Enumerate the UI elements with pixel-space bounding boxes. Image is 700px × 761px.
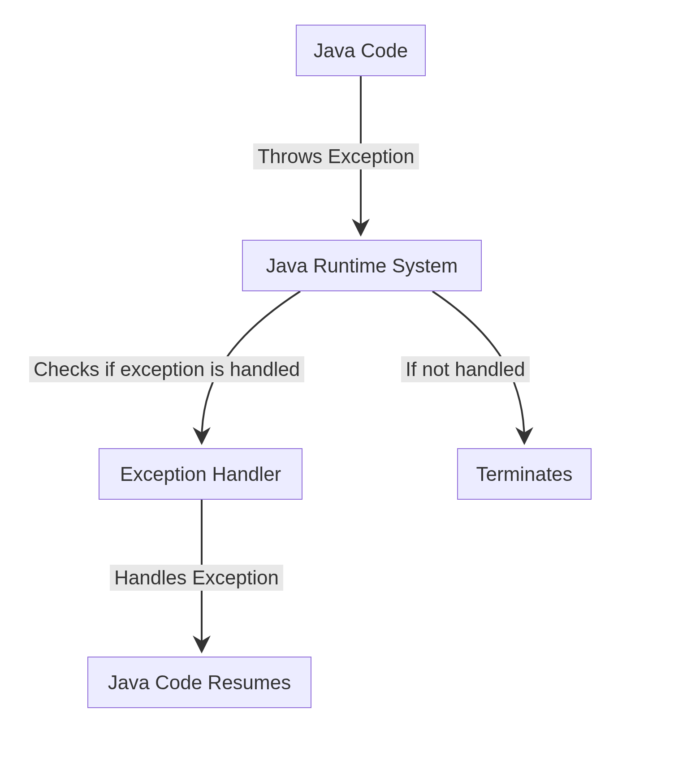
node-label: Java Runtime System — [266, 255, 458, 277]
node-label: Java Code Resumes — [108, 671, 291, 694]
node-java-code: Java Code — [296, 25, 426, 76]
node-label: Terminates — [476, 463, 572, 485]
edge-label-text: If not handled — [406, 358, 525, 380]
edge-label-text: Handles Exception — [114, 566, 279, 588]
edge-label-text: Throws Exception — [258, 145, 415, 167]
node-label: Java Code — [314, 39, 408, 62]
node-exception-handler: Exception Handler — [99, 448, 302, 500]
node-terminates: Terminates — [457, 448, 592, 500]
edge-label-B-C: Checks if exception is handled — [29, 356, 304, 382]
edge-label-text: Checks if exception is handled — [34, 358, 300, 380]
edge-label-B-E: If not handled — [401, 356, 530, 382]
node-java-code-resumes: Java Code Resumes — [87, 657, 311, 708]
edge-label-C-D: Handles Exception — [110, 565, 283, 591]
edge-label-A-B: Throws Exception — [253, 143, 419, 169]
node-label: Exception Handler — [120, 463, 281, 485]
node-java-runtime-system: Java Runtime System — [242, 240, 482, 291]
